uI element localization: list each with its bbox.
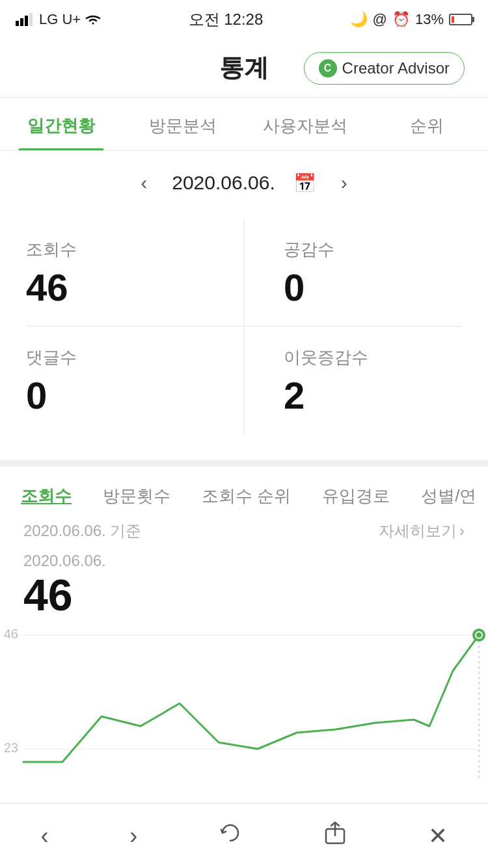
- stats-grid: 조회수 46 공감수 0 댓글수 0 이웃증감수 2: [26, 219, 462, 434]
- status-left: LG U+: [16, 11, 102, 28]
- nav-share-button[interactable]: [310, 815, 360, 857]
- line-chart: 46 23: [0, 622, 488, 791]
- stat-views-value: 46: [26, 269, 244, 306]
- svg-text:46: 46: [4, 627, 18, 641]
- chart-big-value: 46: [23, 573, 465, 617]
- chart-tab-visits[interactable]: 방문횟수: [103, 485, 170, 508]
- stat-comments: 댓글수 0: [26, 327, 244, 434]
- stat-likes: 공감수 0: [244, 219, 462, 327]
- stat-neighbors-label: 이웃증감수: [284, 346, 462, 369]
- chart-tab-rank[interactable]: 조회수 순위: [202, 485, 291, 508]
- share-icon: [323, 821, 347, 845]
- date-next-button[interactable]: ›: [334, 172, 354, 194]
- alarm-icon: ⏰: [392, 11, 410, 28]
- tab-visit[interactable]: 방문분석: [122, 98, 245, 150]
- stat-views: 조회수 46: [26, 219, 244, 327]
- date-prev-button[interactable]: ‹: [134, 172, 154, 194]
- chart-container: 46 23: [0, 622, 488, 791]
- chart-meta: 2020.06.06. 기준 자세히보기 ›: [0, 508, 488, 552]
- moon-icon: 🌙: [350, 11, 368, 28]
- calendar-icon[interactable]: 📅: [293, 172, 316, 194]
- svg-rect-1: [20, 18, 23, 26]
- tab-bar: 일간현황 방문분석 사용자분석 순위: [0, 98, 488, 151]
- nav-back-button[interactable]: ‹: [27, 816, 61, 856]
- date-display: 2020.06.06.: [172, 172, 275, 194]
- creator-advisor-label: Creator Advisor: [342, 59, 450, 77]
- svg-rect-2: [25, 16, 28, 26]
- battery-icon: [449, 14, 472, 25]
- chart-value-area: 2020.06.06. 46: [0, 552, 488, 622]
- chart-date-label: 2020.06.06. 기준: [23, 521, 141, 541]
- wifi-icon: [85, 13, 102, 26]
- svg-point-10: [476, 632, 481, 638]
- stat-comments-label: 댓글수: [26, 346, 244, 369]
- status-bar: LG U+ 오전 12:28 🌙 @ ⏰ 13%: [0, 0, 488, 39]
- chart-section: 조회수 방문횟수 조회수 순위 유입경로 성별/연 2020.06.06. 기준…: [0, 467, 488, 791]
- nav-close-button[interactable]: ✕: [415, 816, 461, 856]
- reload-icon: [219, 821, 242, 845]
- svg-text:23: 23: [4, 740, 18, 755]
- chart-value-date: 2020.06.06.: [23, 552, 465, 570]
- stat-views-label: 조회수: [26, 238, 244, 261]
- chart-tab-gender[interactable]: 성별/연: [421, 485, 476, 508]
- chart-tabs: 조회수 방문횟수 조회수 순위 유입경로 성별/연: [0, 467, 488, 508]
- stat-likes-label: 공감수: [284, 238, 462, 261]
- stat-likes-value: 0: [284, 269, 462, 306]
- tab-daily[interactable]: 일간현황: [0, 98, 122, 150]
- creator-advisor-button[interactable]: C Creator Advisor: [304, 52, 465, 85]
- status-right: 🌙 @ ⏰ 13%: [350, 11, 472, 28]
- bottom-nav: ‹ › ✕: [0, 803, 488, 868]
- status-time: 오전 12:28: [189, 9, 264, 30]
- tab-rank[interactable]: 순위: [366, 98, 489, 150]
- stat-neighbors-value: 2: [284, 377, 462, 414]
- battery-percent: 13%: [415, 11, 444, 28]
- stat-neighbors: 이웃증감수 2: [244, 327, 462, 434]
- at-icon: @: [373, 11, 387, 28]
- svg-rect-0: [16, 21, 19, 26]
- date-nav: ‹ 2020.06.06. 📅 ›: [0, 151, 488, 212]
- nav-forward-button[interactable]: ›: [116, 816, 150, 856]
- creator-advisor-logo: C: [319, 59, 337, 77]
- page-title: 통계: [219, 51, 269, 85]
- tab-user[interactable]: 사용자분석: [244, 98, 366, 150]
- chart-tab-views[interactable]: 조회수: [21, 485, 72, 508]
- chart-tab-source[interactable]: 유입경로: [322, 485, 390, 508]
- nav-reload-button[interactable]: [206, 815, 255, 857]
- chart-detail-link[interactable]: 자세히보기 ›: [379, 521, 465, 541]
- stats-section: 조회수 46 공감수 0 댓글수 0 이웃증감수 2: [0, 212, 488, 467]
- carrier-label: LG U+: [39, 11, 81, 28]
- header: 통계 C Creator Advisor: [0, 39, 488, 98]
- stat-comments-value: 0: [26, 377, 244, 414]
- svg-rect-3: [29, 13, 33, 26]
- signal-icon: [16, 13, 35, 26]
